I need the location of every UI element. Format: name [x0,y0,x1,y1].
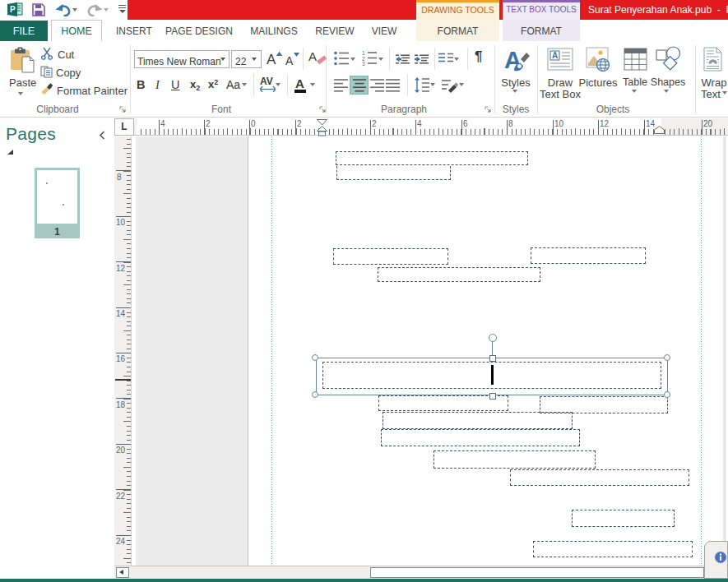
svg-text:P: P [10,5,16,14]
svg-text:1: 1 [362,50,365,56]
svg-text:A: A [552,51,558,60]
svg-text:3: 3 [362,61,365,66]
